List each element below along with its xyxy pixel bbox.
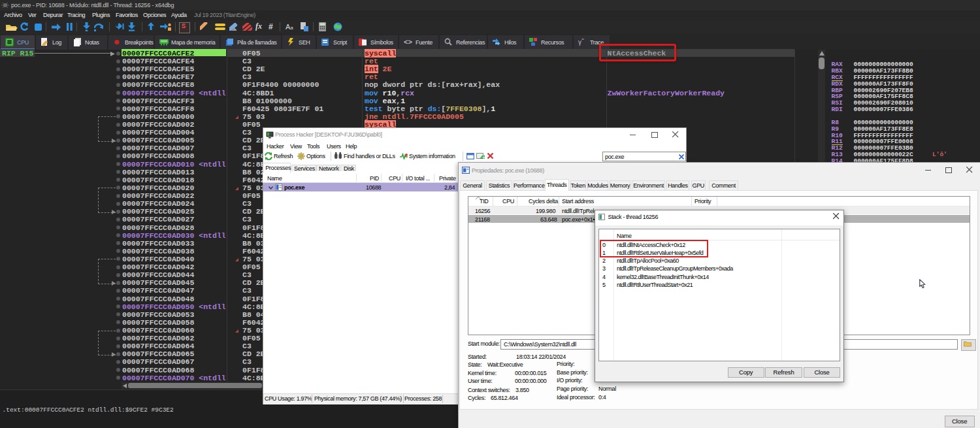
svg-text:<>: <> [404,38,412,46]
svg-text:γ˝: γ˝ [578,39,584,46]
